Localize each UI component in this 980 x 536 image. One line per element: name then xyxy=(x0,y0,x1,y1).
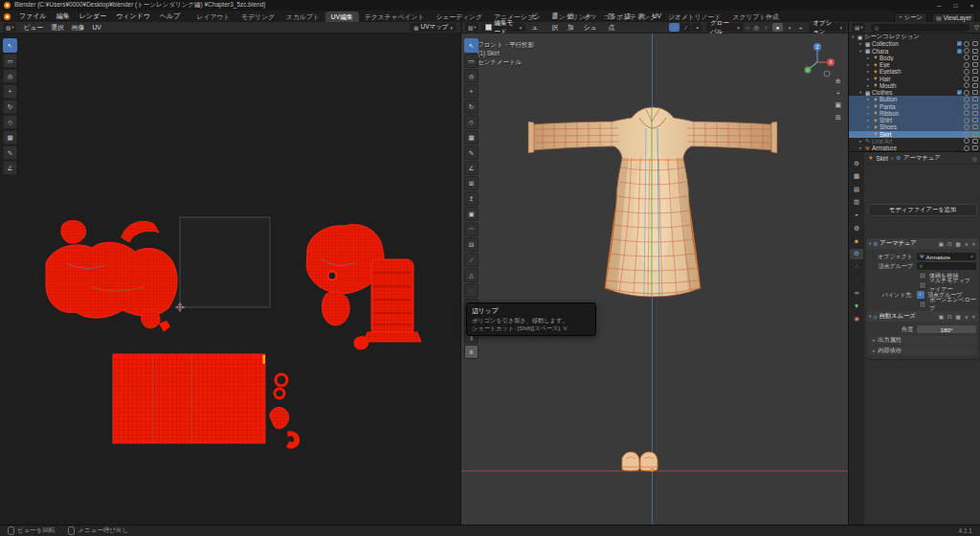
editor-type-uv-icon[interactable]: ▧▾ xyxy=(3,23,16,32)
mode-selector[interactable]: 編集モード ▾ xyxy=(481,23,525,32)
visibility-toggle[interactable] xyxy=(964,118,969,123)
visibility-toggle[interactable] xyxy=(964,62,969,68)
render-display-toggle[interactable]: ▩ xyxy=(955,314,962,320)
render-toggle[interactable] xyxy=(972,62,978,67)
editmode-display-toggle[interactable]: ▣ xyxy=(938,241,945,247)
outliner-row[interactable]: Collection xyxy=(849,40,980,47)
outliner-row[interactable]: Eye xyxy=(849,61,980,68)
constraints-tab[interactable]: ∞ xyxy=(850,287,863,299)
outliner-row[interactable]: Mouth xyxy=(849,82,980,89)
render-toggle[interactable] xyxy=(972,69,978,74)
outliner-row[interactable]: シーンコレクション xyxy=(849,34,980,40)
visibility-toggle[interactable] xyxy=(964,48,969,54)
angle-slider[interactable]: 180° xyxy=(917,325,976,333)
wireframe-shading-icon[interactable]: ○ xyxy=(761,23,771,32)
workspace-tab[interactable]: UV編集 xyxy=(325,11,359,22)
subpanel-header[interactable]: ▸ 内部依存 xyxy=(869,346,976,355)
visibility-toggle[interactable] xyxy=(964,131,969,137)
outliner-row[interactable]: Ribbon xyxy=(849,110,980,117)
solid-shading-icon[interactable]: ● xyxy=(772,23,783,32)
visibility-toggle[interactable] xyxy=(964,90,969,96)
measure-tool-icon[interactable]: ∠ xyxy=(464,161,479,175)
camera-view-icon[interactable]: ▣ xyxy=(835,101,841,109)
render-toggle[interactable] xyxy=(972,132,978,137)
scale-tool-icon[interactable]: ◇ xyxy=(464,115,479,129)
expander-icon[interactable]: ▾ xyxy=(869,314,871,319)
workspace-tab[interactable]: シェーディング xyxy=(430,11,488,22)
editor-type-3d-icon[interactable]: ▧▾ xyxy=(465,23,479,32)
menu-item[interactable]: ビュー xyxy=(19,22,47,34)
render-toggle[interactable] xyxy=(972,118,978,123)
expander-icon[interactable]: ▾ xyxy=(869,241,871,246)
measure-tool-icon[interactable]: ∠ xyxy=(3,161,17,175)
outliner-search-input[interactable]: ◎ xyxy=(871,24,969,32)
render-toggle[interactable] xyxy=(972,145,978,150)
uv-editor-canvas[interactable]: ↖▭◎+↻◇▦✎∠ xyxy=(0,34,461,525)
collection-checkbox[interactable] xyxy=(957,90,962,95)
outliner-row[interactable]: Body xyxy=(849,55,980,61)
armature-object-field[interactable]: Ψ Armature × xyxy=(917,253,976,260)
breadcrumb-object[interactable]: Skirt xyxy=(876,155,888,162)
collection-checkbox[interactable] xyxy=(957,41,962,46)
workspace-tab[interactable]: スクリプト作成 xyxy=(726,11,784,22)
visibility-toggle[interactable] xyxy=(964,145,969,151)
scene-tab[interactable]: ◓ xyxy=(850,210,863,221)
tool-tab[interactable]: ⚙ xyxy=(850,158,863,169)
snap-magnet-icon[interactable]: ∩ xyxy=(744,24,752,31)
add-modifier-button[interactable]: モディファイアーを追加 xyxy=(868,204,977,216)
close-icon[interactable]: × xyxy=(971,241,976,247)
extrude-region-tool-icon[interactable]: ↥ xyxy=(464,191,479,206)
cursor-tool-icon[interactable]: ◎ xyxy=(3,69,17,83)
material-tab[interactable]: ◉ xyxy=(850,313,863,324)
material-shading-icon[interactable]: ◑ xyxy=(784,23,794,32)
poly-build-tool-icon[interactable]: △ xyxy=(464,268,479,282)
realtime-display-toggle[interactable]: ⊡ xyxy=(947,241,953,247)
face-select-icon[interactable]: ▪ xyxy=(692,23,702,32)
modifier-header[interactable]: ▾ ⚙ アーマチュア ▣ ⊡ ▩ ∨ × xyxy=(866,238,979,249)
outliner-row[interactable]: Skirt xyxy=(849,131,980,138)
orientation-selector[interactable]: グローバル ▾ xyxy=(706,23,744,32)
view-layer-tab[interactable]: ▥ xyxy=(850,197,863,209)
tweak-tool-icon[interactable]: ↖ xyxy=(3,38,17,53)
cursor-tool-icon[interactable]: ◎ xyxy=(464,69,479,83)
render-toggle[interactable] xyxy=(972,139,978,144)
render-toggle[interactable] xyxy=(972,124,978,129)
bevel-tool-icon[interactable]: ◠ xyxy=(464,222,479,236)
close-icon[interactable]: × xyxy=(971,314,976,320)
uvmap-selector[interactable]: ▦ UVマップ ▾ xyxy=(410,23,457,32)
loop-cut-tool-icon[interactable]: ⊟ xyxy=(464,237,479,252)
modifier-header[interactable]: ▾ ◇ 自動スムーズ ▣ ⊡ ▩ ∨ × xyxy=(866,311,979,322)
outliner-row[interactable]: Shoes xyxy=(849,123,980,130)
physics-tab[interactable]: ◌ xyxy=(850,275,863,286)
collection-checkbox[interactable] xyxy=(957,49,962,54)
scene-selector[interactable]: ◓ シーン xyxy=(894,12,927,23)
particles-tab[interactable]: ∴ xyxy=(850,261,863,273)
outliner-row[interactable]: Shirt xyxy=(849,117,980,123)
data-tab[interactable]: ▼ xyxy=(850,301,863,312)
minimize-button[interactable]: ─ xyxy=(931,0,947,11)
visibility-toggle[interactable] xyxy=(964,110,969,116)
outliner-row[interactable]: Hair xyxy=(849,76,980,82)
visibility-toggle[interactable] xyxy=(964,138,969,144)
blender-menu-icon[interactable] xyxy=(4,13,11,20)
render-display-toggle[interactable]: ▩ xyxy=(955,241,962,247)
menu-item[interactable]: レンダー xyxy=(75,11,112,22)
menu-item[interactable]: 編集 xyxy=(52,11,75,22)
visibility-toggle[interactable] xyxy=(964,41,969,47)
workspace-tab[interactable]: テクスチャペイント xyxy=(359,11,431,22)
outliner-row[interactable]: Eyelash xyxy=(849,68,980,75)
scale-tool-icon[interactable]: ◇ xyxy=(3,115,17,129)
visibility-toggle[interactable] xyxy=(964,69,969,75)
render-toggle[interactable] xyxy=(972,77,978,81)
menu-item[interactable]: 選択 xyxy=(47,22,68,34)
render-toggle[interactable] xyxy=(972,111,978,116)
render-toggle[interactable] xyxy=(972,97,978,101)
pan-icon[interactable]: + xyxy=(836,90,840,97)
modifiers-tab[interactable]: ⚙ xyxy=(850,249,863,260)
tweak-tool-icon[interactable]: ↖ xyxy=(464,38,479,53)
visibility-toggle[interactable] xyxy=(964,55,969,60)
workspace-tab[interactable]: モデリング xyxy=(235,11,280,22)
subpanel-header[interactable]: ▸ 出力属性 xyxy=(869,336,976,345)
breadcrumb-item[interactable]: アーマチュア xyxy=(903,154,941,163)
move-tool-icon[interactable]: + xyxy=(464,84,479,99)
